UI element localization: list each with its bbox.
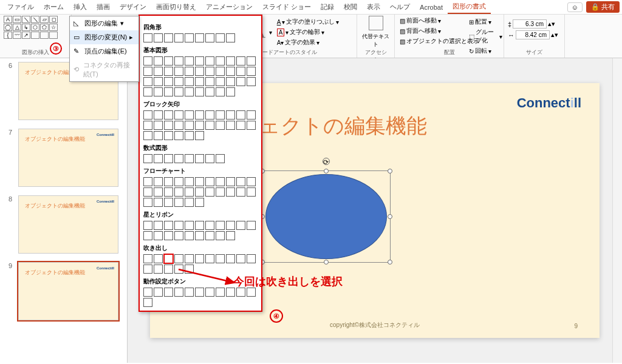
shape-option[interactable]	[216, 231, 225, 240]
shape-option[interactable]	[195, 231, 204, 240]
shape-option[interactable]	[154, 131, 163, 140]
shape-option[interactable]	[236, 177, 245, 186]
shape-option[interactable]	[205, 231, 214, 240]
shape-option[interactable]	[164, 288, 173, 297]
shape-option[interactable]	[226, 221, 235, 230]
shape-option[interactable]	[205, 56, 214, 66]
align-button[interactable]: ⊞ 配置 ▾	[468, 17, 504, 27]
shape-option[interactable]	[143, 56, 152, 66]
shape-option[interactable]	[143, 187, 152, 197]
shape-option[interactable]	[205, 87, 214, 96]
shape-option[interactable]	[164, 77, 173, 86]
shape-option[interactable]	[143, 221, 152, 230]
shape-option[interactable]	[185, 177, 194, 186]
shape-option[interactable]	[154, 121, 163, 130]
shape-option[interactable]	[185, 121, 194, 130]
shape-option[interactable]	[216, 56, 225, 66]
resize-handle-n[interactable]	[324, 169, 329, 174]
tab-design[interactable]: デザイン	[115, 1, 151, 13]
tab-home[interactable]: ホーム	[39, 1, 69, 13]
shape-option[interactable]	[154, 177, 163, 186]
shape-option[interactable]	[154, 77, 163, 86]
text-outline-button[interactable]: A▾ 文字の輪郭 ▾	[276, 27, 341, 37]
shape-option[interactable]	[195, 110, 204, 120]
shape-option[interactable]	[226, 121, 235, 130]
shape-option[interactable]	[164, 154, 173, 163]
shape-option[interactable]	[247, 177, 256, 186]
shape-option[interactable]	[185, 87, 194, 96]
shape-option[interactable]	[164, 198, 173, 207]
resize-handle-se[interactable]	[388, 260, 392, 265]
shape-option[interactable]	[164, 187, 173, 197]
shape-option[interactable]	[185, 154, 194, 163]
shape-option[interactable]	[154, 265, 163, 274]
shape-option[interactable]	[174, 77, 183, 86]
shape-option[interactable]	[226, 187, 235, 197]
shape-option[interactable]	[143, 154, 152, 163]
shape-option[interactable]	[195, 154, 204, 163]
tab-shape-format[interactable]: 図形の書式	[448, 0, 491, 14]
shape-option[interactable]	[247, 121, 256, 130]
shape-option[interactable]	[216, 87, 225, 96]
shape-option[interactable]	[174, 231, 183, 240]
shape-option[interactable]	[185, 110, 194, 120]
shape-option[interactable]	[236, 221, 245, 230]
shape-option[interactable]	[226, 33, 235, 42]
shape-option[interactable]	[164, 177, 173, 186]
shape-option[interactable]	[205, 110, 214, 120]
shape-option[interactable]	[154, 56, 163, 66]
shape-option[interactable]	[154, 288, 163, 297]
shape-option[interactable]	[216, 67, 225, 76]
shape-option[interactable]	[164, 33, 173, 42]
shape-option[interactable]	[154, 33, 163, 42]
shape-option[interactable]	[164, 110, 173, 120]
feedback-icon[interactable]: ☺	[567, 2, 583, 12]
alt-text-icon[interactable]	[369, 16, 383, 30]
shape-option[interactable]	[226, 231, 235, 240]
shape-option[interactable]	[185, 67, 194, 76]
shape-option[interactable]	[226, 67, 235, 76]
tab-record[interactable]: 記録	[316, 1, 339, 13]
shape-option[interactable]	[185, 56, 194, 66]
tab-help[interactable]: ヘルプ	[385, 1, 415, 13]
shape-option[interactable]	[216, 187, 225, 197]
shape-option[interactable]	[195, 131, 204, 140]
shape-option[interactable]	[195, 198, 204, 207]
shape-option[interactable]	[226, 254, 235, 263]
shape-option[interactable]	[216, 154, 225, 163]
shape-option[interactable]	[164, 265, 173, 274]
shape-option[interactable]	[226, 77, 235, 86]
shape-option[interactable]	[195, 187, 204, 197]
resize-handle-s[interactable]	[324, 260, 329, 265]
shape-option[interactable]	[143, 231, 152, 240]
tab-draw[interactable]: 描画	[92, 1, 115, 13]
thumbnail-9[interactable]: Connectillオブジェクトの編集機能	[18, 262, 118, 320]
shape-option[interactable]	[205, 121, 214, 130]
resize-handle-ne[interactable]	[388, 169, 392, 174]
tab-slideshow[interactable]: スライド ショー	[258, 1, 316, 13]
send-backward-button[interactable]: ▨ 背面へ移動 ▾	[398, 26, 442, 36]
shape-option[interactable]	[154, 110, 163, 120]
thumbnail-7[interactable]: Connectillオブジェクトの編集機能	[18, 129, 118, 187]
shape-option[interactable]	[143, 87, 152, 96]
group-button[interactable]: ⬚ グループ化 ▾	[468, 27, 504, 46]
menu-change-shape[interactable]: ▭図形の変更(N) ▸	[70, 30, 138, 44]
shape-option[interactable]	[174, 67, 183, 76]
menu-edit-shape[interactable]: ◺図形の編集 ▾	[70, 16, 138, 30]
shape-option[interactable]	[174, 33, 183, 42]
height-input[interactable]	[513, 19, 547, 29]
shape-option[interactable]	[164, 56, 173, 66]
shape-option[interactable]	[174, 110, 183, 120]
shape-option[interactable]	[143, 254, 152, 263]
shape-option[interactable]	[226, 110, 235, 120]
shape-option[interactable]	[143, 298, 152, 307]
shape-option[interactable]	[195, 177, 204, 186]
shape-option[interactable]	[247, 67, 256, 76]
tab-animation[interactable]: アニメーション	[201, 1, 258, 13]
shape-option[interactable]	[247, 187, 256, 197]
shape-option[interactable]	[236, 56, 245, 66]
shape-option[interactable]	[195, 221, 204, 230]
shape-option[interactable]	[247, 254, 256, 263]
shape-option[interactable]	[236, 254, 245, 263]
shape-option[interactable]	[247, 110, 256, 120]
